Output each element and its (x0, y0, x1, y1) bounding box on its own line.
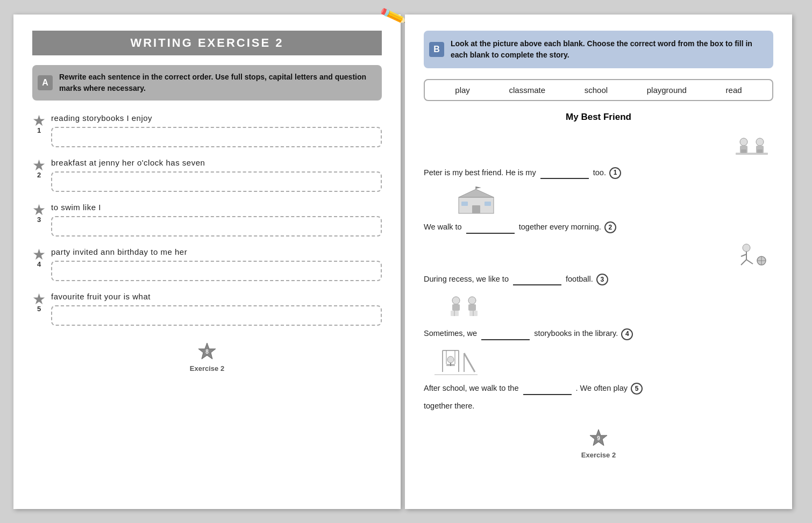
exercise-item-1: ★ 1 reading storybooks I enjoy (32, 112, 382, 147)
svg-rect-13 (485, 202, 491, 206)
instruction-box-a: A Rewrite each sentence in the correct o… (32, 65, 382, 101)
exercise-item-3: ★ 3 to swim like I (32, 202, 382, 237)
badge-a: A (38, 75, 53, 90)
story-title: My Best Friend (424, 112, 773, 123)
exercise-content-5: favourite fruit your is what (51, 291, 382, 326)
answer-box-4[interactable] (51, 261, 382, 281)
classmate-illustration (730, 132, 773, 162)
sentence-words-3: to swim like I (51, 202, 382, 213)
word-box: play classmate school playground read (424, 79, 773, 101)
blank-3 (513, 284, 561, 285)
svg-point-26 (468, 297, 476, 304)
exercise-content-3: to swim like I (51, 202, 382, 237)
story-num-3: 3 (596, 274, 608, 285)
answer-box-5[interactable] (51, 305, 382, 326)
star-5: ★ 5 (32, 292, 46, 313)
story-img-2 (424, 187, 773, 218)
instruction-box-b: B Look at the picture above each blank. … (424, 31, 773, 68)
exercise-content-2: breakfast at jenny her o'clock has seven (51, 157, 382, 192)
school-illustration (456, 187, 496, 216)
word-read: read (726, 85, 742, 95)
star-num-3: 3 (37, 216, 41, 224)
svg-line-18 (741, 260, 746, 265)
exercise-content-4: party invited ann birthday to me her (51, 246, 382, 281)
svg-rect-27 (468, 304, 476, 311)
story-block-5: After school, we walk to the . We often … (424, 348, 773, 412)
football-illustration (736, 241, 773, 268)
blank-1 (540, 178, 589, 179)
footer-star-icon-right: 9 (424, 428, 773, 451)
story-block-2: We walk to together every morning. 2 (424, 187, 773, 234)
story-line-5: After school, we walk to the . We often … (424, 382, 773, 395)
exercise-item-4: ★ 4 party invited ann birthday to me her (32, 246, 382, 281)
star-2: ★ 2 (32, 158, 46, 179)
story-continuation: together there. (424, 399, 773, 413)
story-block-4: Sometimes, we storybooks in the library.… (424, 293, 773, 340)
svg-rect-7 (741, 149, 746, 153)
svg-line-40 (464, 353, 475, 372)
star-num-4: 4 (37, 260, 41, 268)
story-num-4: 4 (621, 328, 633, 340)
word-playground: playground (647, 85, 687, 95)
svg-marker-15 (476, 187, 481, 189)
story-num-5: 5 (631, 383, 643, 395)
svg-point-5 (756, 138, 764, 146)
exercise-list: ★ 1 reading storybooks I enjoy ★ 2 break… (32, 112, 382, 326)
instruction-b-text: Look at the picture above each blank. Ch… (451, 38, 765, 61)
word-play: play (455, 85, 470, 95)
sentence-words-1: reading storybooks I enjoy (51, 112, 382, 124)
left-page: ✏️ WRITING EXERCISE 2 A Rewrite each sen… (13, 15, 401, 509)
reading-illustration (445, 293, 486, 323)
blank-2 (466, 233, 515, 234)
svg-rect-11 (472, 205, 480, 213)
story-line-2: We walk to together every morning. 2 (424, 220, 773, 234)
right-page: B Look at the picture above each blank. … (405, 15, 792, 509)
word-classmate: classmate (509, 85, 546, 95)
answer-box-2[interactable] (51, 171, 382, 192)
star-3: ★ 3 (32, 203, 46, 224)
star-num-1: 1 (37, 126, 41, 134)
svg-line-20 (741, 254, 746, 256)
svg-point-38 (447, 356, 454, 363)
story-block-1: Peter is my best friend. He is my too. 1 (424, 132, 773, 180)
svg-point-24 (452, 297, 460, 304)
svg-rect-25 (452, 304, 460, 311)
svg-line-19 (746, 260, 753, 264)
footer-star-icon-left: 8 (32, 342, 382, 364)
svg-rect-8 (757, 149, 763, 153)
star-4: ★ 4 (32, 247, 46, 268)
answer-box-1[interactable] (51, 127, 382, 147)
right-page-label: Exercise 2 (424, 451, 773, 459)
answer-box-3[interactable] (51, 216, 382, 237)
blank-5 (523, 394, 572, 395)
playground-illustration (435, 348, 478, 377)
instruction-a-text: Rewrite each sentence in the correct ord… (59, 71, 374, 94)
story-line-3: During recess, we like to football. 3 (424, 273, 773, 286)
star-1: ★ 1 (32, 113, 46, 134)
badge-b: B (429, 42, 444, 57)
word-school: school (585, 85, 608, 95)
story-img-1 (424, 132, 773, 164)
right-page-footer: 9 Exercise 2 (424, 428, 773, 459)
exercise-content-1: reading storybooks I enjoy (51, 112, 382, 147)
svg-marker-10 (459, 189, 494, 197)
pages-container: ✏️ WRITING EXERCISE 2 A Rewrite each sen… (13, 15, 799, 509)
story-block-3: During recess, we like to football. 3 (424, 241, 773, 286)
sentence-words-4: party invited ann birthday to me her (51, 246, 382, 257)
exercise-item-2: ★ 2 breakfast at jenny her o'clock has s… (32, 157, 382, 192)
story-img-5 (424, 348, 773, 379)
page-title: WRITING EXERCISE 2 (32, 36, 382, 50)
story-img-3 (424, 241, 773, 270)
story-line-4: Sometimes, we storybooks in the library.… (424, 327, 773, 340)
left-page-footer: 8 Exercise 2 (32, 342, 382, 372)
blank-4 (481, 339, 530, 340)
story-num-1: 1 (609, 167, 621, 179)
star-num-2: 2 (37, 171, 41, 179)
sentence-words-2: breakfast at jenny her o'clock has seven (51, 157, 382, 168)
left-page-label: Exercise 2 (32, 364, 382, 372)
exercise-item-5: ★ 5 favourite fruit your is what (32, 291, 382, 326)
svg-point-16 (743, 244, 750, 252)
story-line-1: Peter is my best friend. He is my too. 1 (424, 166, 773, 180)
page-title-bar: WRITING EXERCISE 2 (32, 31, 382, 55)
story-num-2: 2 (604, 221, 616, 233)
